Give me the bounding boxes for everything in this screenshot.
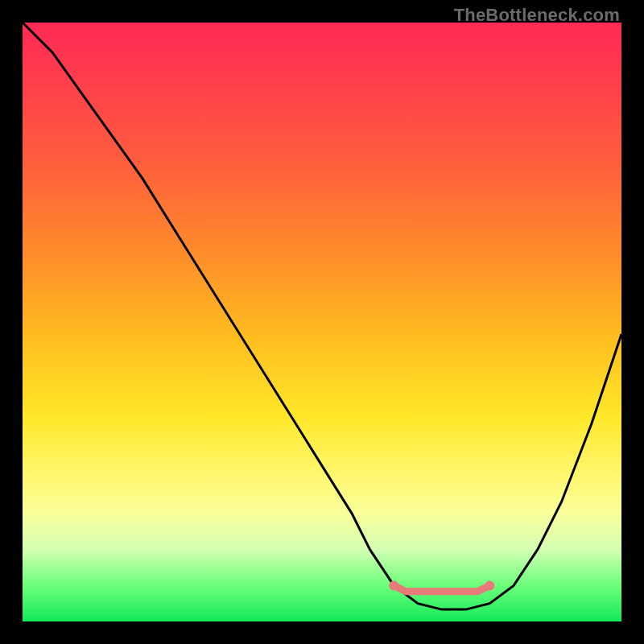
plot-area — [23, 23, 621, 621]
optimal-band-marker — [389, 580, 494, 591]
optimal-band-marker-path — [394, 585, 489, 591]
optimal-band-marker-end — [485, 580, 494, 590]
bottleneck-curve-path — [23, 23, 621, 609]
bottleneck-curve-line — [23, 23, 621, 609]
optimal-band-marker-end — [389, 580, 398, 590]
chart-svg — [23, 23, 621, 621]
chart-frame: TheBottleneck.com — [0, 0, 644, 644]
